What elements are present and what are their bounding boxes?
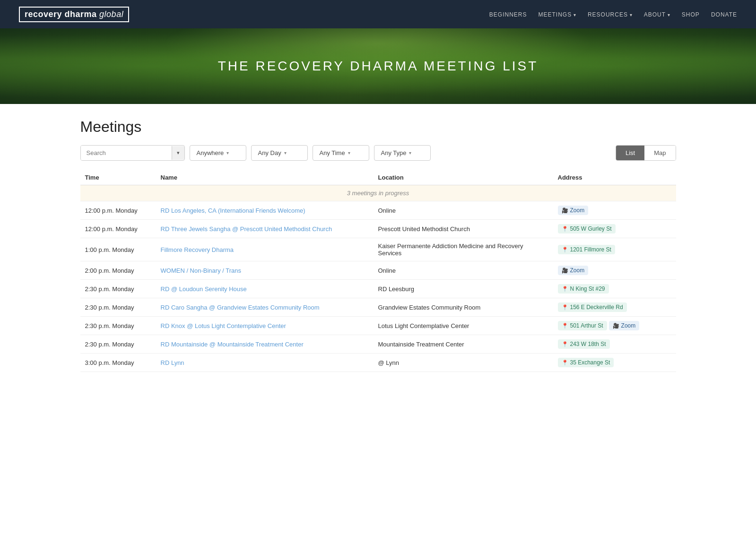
zoom-badge[interactable]: 🎥Zoom bbox=[558, 266, 589, 275]
zoom-badge-text: Zoom bbox=[570, 267, 585, 274]
meetings-table: Time Name Location Address 3 meetings in… bbox=[80, 170, 676, 372]
any-type-label: Any Type bbox=[381, 149, 407, 156]
location-icon: 📍 bbox=[562, 247, 568, 253]
cell-address: 🎥Zoom bbox=[553, 201, 676, 220]
zoom-badge[interactable]: 🎥Zoom bbox=[558, 206, 589, 215]
location-icon: 📍 bbox=[562, 286, 568, 292]
cell-address: 📍156 E Deckerville Rd bbox=[553, 298, 676, 317]
cell-name: Fillmore Recovery Dharma bbox=[156, 238, 374, 261]
cell-time: 12:00 p.m. Monday bbox=[80, 201, 156, 220]
address-badge[interactable]: 📍156 E Deckerville Rd bbox=[558, 302, 627, 312]
in-progress-row: 3 meetings in progress bbox=[80, 185, 676, 201]
meeting-name-link[interactable]: RD Los Angeles, CA (International Friend… bbox=[161, 207, 305, 214]
address-badge[interactable]: 📍505 W Gurley St bbox=[558, 224, 616, 233]
nav-item-beginners[interactable]: BEGINNERS bbox=[489, 11, 527, 18]
anywhere-chevron-icon: ▾ bbox=[226, 150, 229, 156]
zoom-badge-text: Zoom bbox=[621, 322, 636, 329]
address-badge-text: 156 E Deckerville Rd bbox=[570, 304, 623, 311]
cell-name: RD Lynn bbox=[156, 354, 374, 372]
table-row: 12:00 p.m. MondayRD Three Jewels Sangha … bbox=[80, 220, 676, 238]
nav-item-donate[interactable]: DONATE bbox=[711, 11, 737, 18]
meeting-name-link[interactable]: RD Lynn bbox=[161, 359, 184, 366]
cell-name: RD Caro Sangha @ Grandview Estates Commu… bbox=[156, 298, 374, 317]
in-progress-text: 3 meetings in progress bbox=[80, 185, 676, 201]
any-time-label: Any Time bbox=[320, 149, 345, 156]
any-day-label: Any Day bbox=[258, 149, 281, 156]
location-icon: 📍 bbox=[562, 323, 568, 329]
address-badge-text: 505 W Gurley St bbox=[570, 225, 612, 232]
cell-location: Online bbox=[374, 261, 553, 280]
cell-address: 🎥Zoom bbox=[553, 261, 676, 280]
search-input[interactable] bbox=[81, 146, 172, 160]
cell-address: 📍505 W Gurley St bbox=[553, 220, 676, 238]
anywhere-label: Anywhere bbox=[197, 149, 224, 156]
cell-location: @ Lynn bbox=[374, 354, 553, 372]
meeting-name-link[interactable]: WOMEN / Non-Binary / Trans bbox=[161, 267, 241, 274]
table-row: 3:00 p.m. MondayRD Lynn@ Lynn📍35 Exchang… bbox=[80, 354, 676, 372]
location-icon: 📍 bbox=[562, 304, 568, 311]
video-icon: 🎥 bbox=[562, 268, 568, 274]
table-row: 12:00 p.m. MondayRD Los Angeles, CA (Int… bbox=[80, 201, 676, 220]
meeting-name-link[interactable]: RD Three Jewels Sangha @ Prescott United… bbox=[161, 225, 332, 233]
meeting-name-link[interactable]: RD Mountainside @ Mountainside Treatment… bbox=[161, 341, 304, 348]
any-day-chevron-icon: ▾ bbox=[284, 150, 287, 156]
nav-item-shop[interactable]: SHOP bbox=[682, 11, 700, 18]
cell-time: 2:30 p.m. Monday bbox=[80, 335, 156, 354]
cell-address: 📍35 Exchange St bbox=[553, 354, 676, 372]
table-row: 2:30 p.m. MondayRD Knox @ Lotus Light Co… bbox=[80, 317, 676, 335]
col-header-address: Address bbox=[553, 170, 676, 185]
site-logo[interactable]: recovery dharma global bbox=[19, 7, 129, 22]
cell-time: 2:30 p.m. Monday bbox=[80, 317, 156, 335]
any-type-dropdown[interactable]: Any Type ▾ bbox=[374, 145, 431, 161]
meeting-name-link[interactable]: RD Knox @ Lotus Light Contemplative Cent… bbox=[161, 322, 286, 329]
cell-time: 2:00 p.m. Monday bbox=[80, 261, 156, 280]
filters-row: ▾ Anywhere ▾ Any Day ▾ Any Time ▾ Any Ty… bbox=[80, 145, 676, 161]
any-day-dropdown[interactable]: Any Day ▾ bbox=[251, 145, 308, 161]
video-icon: 🎥 bbox=[562, 207, 568, 214]
anywhere-dropdown[interactable]: Anywhere ▾ bbox=[190, 145, 246, 161]
address-badge[interactable]: 📍N King St #29 bbox=[558, 284, 609, 294]
cell-time: 12:00 p.m. Monday bbox=[80, 220, 156, 238]
navbar: recovery dharma global BEGINNERSMEETINGS… bbox=[0, 0, 756, 28]
address-badge[interactable]: 📍243 W 18th St bbox=[558, 339, 610, 349]
meeting-name-link[interactable]: RD Caro Sangha @ Grandview Estates Commu… bbox=[161, 304, 320, 311]
nav-menu: BEGINNERSMEETINGSRESOURCESABOUTSHOPDONAT… bbox=[489, 10, 737, 18]
address-badge-text: 243 W 18th St bbox=[570, 341, 606, 347]
nav-item-meetings[interactable]: MEETINGS bbox=[538, 11, 576, 18]
address-badge[interactable]: 📍1201 Fillmore St bbox=[558, 245, 615, 254]
video-icon: 🎥 bbox=[613, 323, 619, 329]
cell-location: RD Leesburg bbox=[374, 280, 553, 298]
cell-name: RD Los Angeles, CA (International Friend… bbox=[156, 201, 374, 220]
address-badge-text: 501 Arthur St bbox=[570, 322, 603, 329]
location-icon: 📍 bbox=[562, 360, 568, 366]
table-row: 2:30 p.m. MondayRD @ Loudoun Serenity Ho… bbox=[80, 280, 676, 298]
cell-location: Mountainside Treatment Center bbox=[374, 335, 553, 354]
zoom-badge[interactable]: 🎥Zoom bbox=[609, 321, 640, 330]
table-row: 2:30 p.m. MondayRD Caro Sangha @ Grandvi… bbox=[80, 298, 676, 317]
table-row: 2:30 p.m. MondayRD Mountainside @ Mounta… bbox=[80, 335, 676, 354]
list-view-button[interactable]: List bbox=[616, 146, 644, 160]
cell-address: 📍243 W 18th St bbox=[553, 335, 676, 354]
meeting-name-link[interactable]: Fillmore Recovery Dharma bbox=[161, 246, 234, 253]
main-content: Meetings ▾ Anywhere ▾ Any Day ▾ Any Time… bbox=[71, 104, 686, 386]
hero-title: THE RECOVERY DHARMA MEETING LIST bbox=[218, 59, 539, 74]
map-view-button[interactable]: Map bbox=[644, 146, 675, 160]
cell-name: WOMEN / Non-Binary / Trans bbox=[156, 261, 374, 280]
address-badge[interactable]: 📍501 Arthur St bbox=[558, 321, 607, 330]
cell-address: 📍1201 Fillmore St bbox=[553, 238, 676, 261]
nav-item-resources[interactable]: RESOURCES bbox=[588, 11, 633, 18]
any-time-dropdown[interactable]: Any Time ▾ bbox=[313, 145, 369, 161]
search-filter-btn[interactable]: ▾ bbox=[172, 146, 184, 160]
search-group: ▾ bbox=[80, 145, 185, 161]
cell-location: Lotus Light Contemplative Center bbox=[374, 317, 553, 335]
cell-name: RD Three Jewels Sangha @ Prescott United… bbox=[156, 220, 374, 238]
view-toggle: List Map bbox=[616, 145, 676, 161]
meeting-name-link[interactable]: RD @ Loudoun Serenity House bbox=[161, 285, 247, 293]
page-title: Meetings bbox=[80, 118, 676, 136]
cell-name: RD Mountainside @ Mountainside Treatment… bbox=[156, 335, 374, 354]
address-badge[interactable]: 📍35 Exchange St bbox=[558, 358, 614, 367]
nav-item-about[interactable]: ABOUT bbox=[644, 11, 670, 18]
cell-location: Online bbox=[374, 201, 553, 220]
table-row: 2:00 p.m. MondayWOMEN / Non-Binary / Tra… bbox=[80, 261, 676, 280]
cell-time: 3:00 p.m. Monday bbox=[80, 354, 156, 372]
